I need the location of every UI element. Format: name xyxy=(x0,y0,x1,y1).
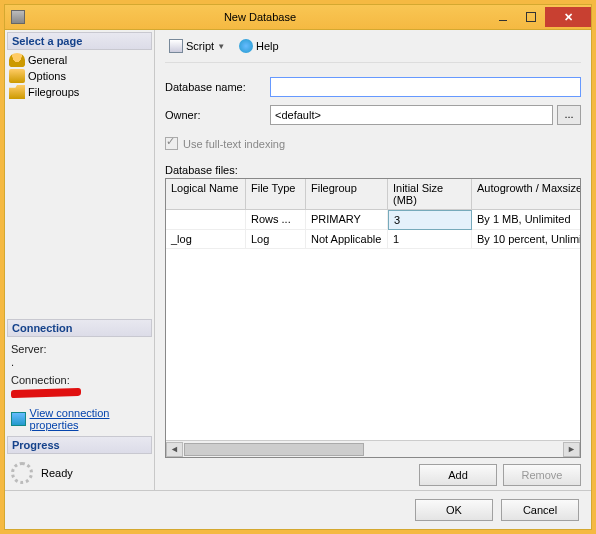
progress-status: Ready xyxy=(41,467,73,479)
database-name-input[interactable] xyxy=(270,77,581,97)
sidebar: Select a page General Options Filegroups… xyxy=(5,30,155,490)
progress-header: Progress xyxy=(7,436,152,454)
cell-fg[interactable]: Not Applicable xyxy=(306,230,388,249)
database-files-grid[interactable]: Logical Name File Type Filegroup Initial… xyxy=(165,178,581,458)
cell-type[interactable]: Rows ... xyxy=(246,210,306,230)
owner-input[interactable] xyxy=(270,105,553,125)
horizontal-scrollbar[interactable]: ◄ ► xyxy=(166,440,580,457)
main-panel: Script ▼ Help Database name: Owner: ... xyxy=(155,30,591,490)
app-icon xyxy=(11,10,25,24)
fulltext-checkbox-row: Use full-text indexing xyxy=(165,137,581,150)
general-icon xyxy=(9,53,25,67)
col-autogrowth[interactable]: Autogrowth / Maxsize xyxy=(472,179,581,210)
owner-browse-button[interactable]: ... xyxy=(557,105,581,125)
close-button[interactable] xyxy=(545,7,591,27)
cell-size[interactable]: 3 xyxy=(388,210,472,230)
remove-button[interactable]: Remove xyxy=(503,464,581,486)
script-icon xyxy=(169,39,183,53)
col-file-type[interactable]: File Type xyxy=(246,179,306,210)
scroll-thumb[interactable] xyxy=(184,443,364,456)
cell-fg[interactable]: PRIMARY xyxy=(306,210,388,230)
col-initial-size[interactable]: Initial Size (MB) xyxy=(388,179,472,210)
dialog-footer: OK Cancel xyxy=(5,490,591,529)
help-label: Help xyxy=(256,40,279,52)
toolbar: Script ▼ Help xyxy=(165,36,581,63)
cell-grow[interactable]: By 10 percent, Unlimited xyxy=(472,230,581,249)
server-value: . xyxy=(11,356,148,368)
titlebar[interactable]: New Database xyxy=(5,5,591,29)
connection-value-redacted xyxy=(11,388,81,398)
view-connection-properties-link[interactable]: View connection properties xyxy=(11,407,148,431)
cell-grow[interactable]: By 1 MB, Unlimited xyxy=(472,210,581,230)
progress-spinner-icon xyxy=(11,462,33,484)
scroll-left-arrow[interactable]: ◄ xyxy=(166,442,183,457)
ok-button[interactable]: OK xyxy=(415,499,493,521)
database-name-label: Database name: xyxy=(165,81,270,93)
minimize-button[interactable] xyxy=(489,7,517,27)
sidebar-item-options[interactable]: Options xyxy=(9,68,150,84)
help-icon xyxy=(239,39,253,53)
connection-properties-icon xyxy=(11,412,26,426)
cell-type[interactable]: Log xyxy=(246,230,306,249)
maximize-button[interactable] xyxy=(517,7,545,27)
filegroups-icon xyxy=(9,85,25,99)
database-files-label: Database files: xyxy=(165,164,581,176)
cell-name[interactable] xyxy=(166,210,246,230)
sidebar-item-label: General xyxy=(28,54,67,66)
options-icon xyxy=(9,69,25,83)
fulltext-label: Use full-text indexing xyxy=(183,138,285,150)
script-button[interactable]: Script ▼ xyxy=(165,38,229,54)
connection-info: Server: . Connection: View connection pr… xyxy=(5,339,154,434)
connection-label: Connection: xyxy=(11,374,148,386)
window-title: New Database xyxy=(31,11,489,23)
col-logical-name[interactable]: Logical Name xyxy=(166,179,246,210)
scroll-right-arrow[interactable]: ► xyxy=(563,442,580,457)
add-button[interactable]: Add xyxy=(419,464,497,486)
connection-header: Connection xyxy=(7,319,152,337)
sidebar-item-label: Filegroups xyxy=(28,86,79,98)
sidebar-item-filegroups[interactable]: Filegroups xyxy=(9,84,150,100)
owner-label: Owner: xyxy=(165,109,270,121)
sidebar-item-label: Options xyxy=(28,70,66,82)
link-label: View connection properties xyxy=(30,407,148,431)
new-database-dialog: New Database Select a page General Optio… xyxy=(4,4,592,530)
chevron-down-icon: ▼ xyxy=(217,42,225,51)
fulltext-checkbox xyxy=(165,137,178,150)
col-filegroup[interactable]: Filegroup xyxy=(306,179,388,210)
sidebar-item-general[interactable]: General xyxy=(9,52,150,68)
select-page-header: Select a page xyxy=(7,32,152,50)
script-label: Script xyxy=(186,40,214,52)
server-label: Server: xyxy=(11,343,148,355)
help-button[interactable]: Help xyxy=(235,38,283,54)
cell-name[interactable]: _log xyxy=(166,230,246,249)
cell-size[interactable]: 1 xyxy=(388,230,472,249)
cancel-button[interactable]: Cancel xyxy=(501,499,579,521)
